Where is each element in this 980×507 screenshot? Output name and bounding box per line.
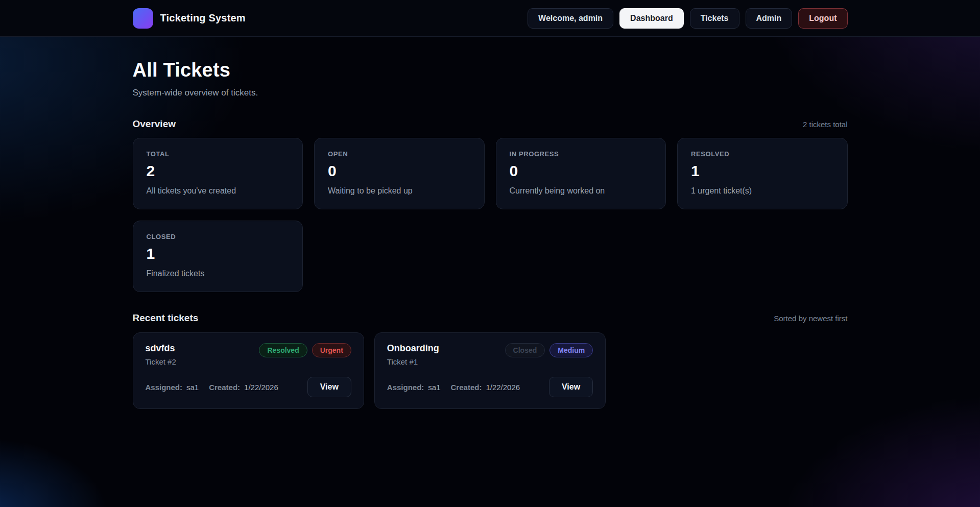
assigned-value: sa1: [186, 383, 199, 392]
stat-label: TOTAL: [147, 150, 290, 158]
assigned-value: sa1: [428, 383, 440, 392]
recent-tickets-heading: Recent tickets: [133, 312, 199, 324]
assigned-label: Assigned:: [146, 383, 183, 392]
view-ticket-button[interactable]: View: [307, 377, 351, 397]
priority-badge: Medium: [549, 343, 593, 357]
ticket-card: Onboarding Ticket #1 Closed Medium Assig…: [374, 332, 606, 409]
ticket-title: Onboarding: [387, 343, 439, 354]
stat-card-resolved: RESOLVED 1 1 urgent ticket(s): [677, 138, 848, 209]
ticket-card: sdvfds Ticket #2 Resolved Urgent Assigne…: [133, 332, 364, 409]
logout-button[interactable]: Logout: [798, 8, 847, 29]
assigned-label: Assigned:: [387, 383, 424, 392]
ticket-title: sdvfds: [146, 343, 176, 354]
sort-order-note: Sorted by newest first: [774, 314, 847, 323]
nav-tickets-button[interactable]: Tickets: [690, 8, 739, 29]
created-value: 1/22/2026: [244, 383, 278, 392]
ticket-meta: Assigned: sa1 Created: 1/22/2026: [146, 383, 278, 392]
ticket-meta: Assigned: sa1 Created: 1/22/2026: [387, 383, 520, 392]
main-nav: Welcome, admin Dashboard Tickets Admin L…: [528, 8, 847, 29]
stat-value: 1: [147, 245, 290, 262]
stat-description: Finalized tickets: [147, 269, 290, 278]
created-label: Created:: [209, 383, 240, 392]
nav-admin-button[interactable]: Admin: [746, 8, 793, 29]
recent-tickets-grid: sdvfds Ticket #2 Resolved Urgent Assigne…: [133, 332, 848, 409]
ticket-number: Ticket #2: [146, 357, 176, 366]
main-content: All Tickets System-wide overview of tick…: [133, 37, 848, 409]
stat-label: IN PROGRESS: [510, 150, 653, 158]
app-logo-icon: [133, 8, 153, 29]
view-ticket-button[interactable]: View: [549, 377, 593, 397]
overview-stats-grid: TOTAL 2 All tickets you've created OPEN …: [133, 138, 848, 292]
brand: Ticketing System: [133, 8, 246, 29]
stat-description: Currently being worked on: [510, 186, 653, 196]
stat-label: CLOSED: [147, 233, 290, 240]
stat-card-open: OPEN 0 Waiting to be picked up: [314, 138, 485, 209]
welcome-user-chip: Welcome, admin: [528, 8, 613, 29]
stat-value: 2: [147, 162, 290, 180]
stat-value: 0: [328, 162, 471, 180]
app-title: Ticketing System: [160, 12, 246, 24]
page-title: All Tickets: [133, 59, 848, 81]
stat-value: 0: [510, 162, 653, 180]
stat-label: OPEN: [328, 150, 471, 158]
ticket-number: Ticket #1: [387, 357, 439, 366]
created-label: Created:: [451, 383, 482, 392]
tickets-total-note: 2 tickets total: [803, 120, 848, 129]
stat-value: 1: [691, 162, 834, 180]
nav-dashboard-button[interactable]: Dashboard: [619, 8, 684, 29]
ticket-badges: Closed Medium: [505, 343, 593, 357]
status-badge: Closed: [505, 343, 545, 357]
stat-card-closed: CLOSED 1 Finalized tickets: [133, 221, 303, 292]
ticket-badges: Resolved Urgent: [259, 343, 351, 357]
stat-description: All tickets you've created: [147, 186, 290, 196]
stat-label: RESOLVED: [691, 150, 834, 158]
priority-badge: Urgent: [312, 343, 351, 357]
stat-description: Waiting to be picked up: [328, 186, 471, 196]
stat-card-in-progress: IN PROGRESS 0 Currently being worked on: [496, 138, 666, 209]
status-badge: Resolved: [259, 343, 307, 357]
overview-heading: Overview: [133, 118, 176, 130]
created-value: 1/22/2026: [486, 383, 520, 392]
stat-description: 1 urgent ticket(s): [691, 186, 834, 196]
stat-card-total: TOTAL 2 All tickets you've created: [133, 138, 303, 209]
page-subtitle: System-wide overview of tickets.: [133, 88, 848, 98]
top-navigation-bar: Ticketing System Welcome, admin Dashboar…: [0, 0, 980, 37]
